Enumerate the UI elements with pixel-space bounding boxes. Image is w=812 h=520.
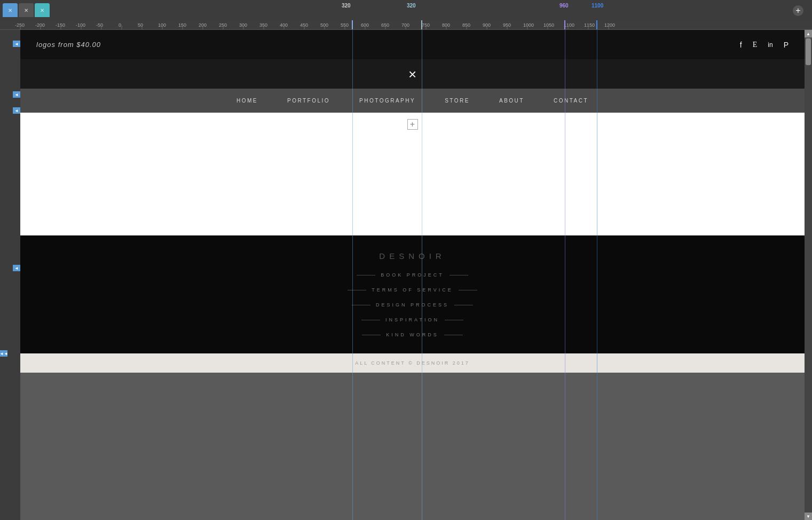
tab-1[interactable]: ✕ <box>3 3 18 17</box>
etsy-icon[interactable]: E <box>753 41 758 49</box>
vertical-ruler: ◄ ◄ ◄ ◄ ◄◄ <box>0 30 20 520</box>
site-logo: logos from $40.00 <box>36 41 101 49</box>
site-footer: DESNOIR BOOK PROJECT TERMS OF SERVICE DE… <box>20 235 805 353</box>
svg-text:-50: -50 <box>96 22 103 28</box>
svg-text:-250: -250 <box>15 22 25 28</box>
nav-home[interactable]: HOME <box>236 98 258 104</box>
svg-text:1200: 1200 <box>604 22 615 28</box>
close-button[interactable]: × <box>408 67 416 81</box>
scroll-track <box>805 38 812 514</box>
nav-bar: HOME PORTFOLIO PHOTOGRAPHY STORE ABOUT C… <box>20 89 805 113</box>
svg-text:1100: 1100 <box>564 22 574 28</box>
pinterest-icon[interactable]: P <box>784 41 789 49</box>
footer-link-inspiration[interactable]: INSPIRATION <box>361 317 463 322</box>
tab-1-close[interactable]: ✕ <box>8 7 12 13</box>
facebook-icon[interactable]: f <box>740 41 742 49</box>
nav-photography[interactable]: PHOTOGRAPHY <box>359 98 415 104</box>
copyright-text: ALL CONTENT © DESNOIR 2017 <box>355 360 470 366</box>
site-header: logos from $40.00 f E in P <box>20 30 805 59</box>
guide-label-320: 320 <box>342 3 351 9</box>
linkedin-icon[interactable]: in <box>768 41 772 49</box>
social-icons: f E in P <box>740 41 789 49</box>
footer-links: BOOK PROJECT TERMS OF SERVICE DESIGN PRO… <box>348 272 477 340</box>
copyright-bar: ALL CONTENT © DESNOIR 2017 <box>20 353 805 373</box>
svg-text:1050: 1050 <box>543 22 554 28</box>
scroll-thumb[interactable] <box>806 38 811 65</box>
svg-text:-200: -200 <box>35 22 45 28</box>
nav-about[interactable]: ABOUT <box>499 98 524 104</box>
add-content-button[interactable]: + <box>407 119 418 130</box>
svg-text:1000: 1000 <box>523 22 534 28</box>
left-marker-2[interactable]: ◄ <box>13 91 20 98</box>
svg-text:-150: -150 <box>56 22 65 28</box>
svg-text:50: 50 <box>138 22 143 28</box>
ruler-svg: -250 -200 -150 -100 -50 0 50 100 150 200 <box>0 20 812 30</box>
tab-2-close[interactable]: ✕ <box>24 7 28 13</box>
tab-3[interactable]: ✕ <box>35 3 50 17</box>
nav-store[interactable]: STORE <box>445 98 470 104</box>
main-content-area: + <box>20 113 805 235</box>
nav-overlay: × <box>20 59 805 89</box>
guide-label-1100: 1100 <box>592 3 603 9</box>
scrollbar-right: ▲ ▼ <box>805 30 812 520</box>
ruler: -250 -200 -150 -100 -50 0 50 100 150 200 <box>0 20 812 30</box>
guide-label-820: 320 <box>407 3 416 9</box>
nav-contact[interactable]: CONTACT <box>554 98 588 104</box>
tab-bar: ✕ ✕ ✕ 320 320 960 1100 + <box>0 0 812 20</box>
svg-text:-100: -100 <box>76 22 85 28</box>
footer-link-design[interactable]: DESIGN PROCESS <box>352 302 473 308</box>
tab-3-close[interactable]: ✕ <box>40 7 44 13</box>
nav-portfolio[interactable]: PORTFOLIO <box>287 98 330 104</box>
left-marker-1[interactable]: ◄ <box>13 41 20 47</box>
footer-link-terms[interactable]: TERMS OF SERVICE <box>348 287 477 293</box>
footer-logo: DESNOIR <box>379 251 445 261</box>
tab-2[interactable]: ✕ <box>19 3 34 17</box>
guide-label-960: 960 <box>559 3 569 9</box>
footer-link-book[interactable]: BOOK PROJECT <box>357 272 468 278</box>
left-marker-3[interactable]: ◄ <box>13 107 20 114</box>
svg-text:0: 0 <box>119 22 121 28</box>
left-marker-4[interactable]: ◄ <box>13 265 20 271</box>
footer-link-kindwords[interactable]: KIND WORDS <box>362 332 463 337</box>
website-preview-area: logos from $40.00 f E in P × HOME PORTFO… <box>20 30 805 520</box>
svg-text:1150: 1150 <box>584 22 595 28</box>
left-marker-5[interactable]: ◄◄ <box>0 350 7 357</box>
scroll-up-button[interactable]: ▲ <box>805 30 812 37</box>
scroll-down-button[interactable]: ▼ <box>805 513 812 520</box>
add-tab-button[interactable]: + <box>793 5 803 16</box>
